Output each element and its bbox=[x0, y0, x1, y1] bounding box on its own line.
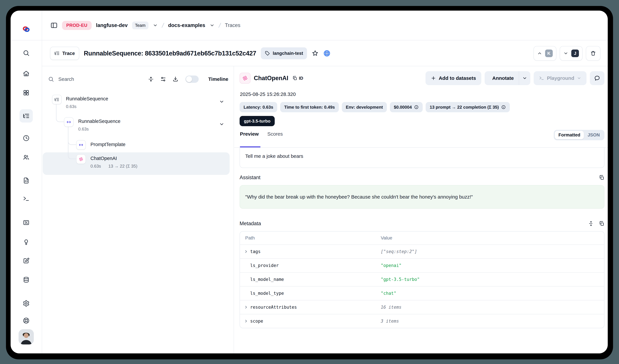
tracing-icon[interactable] bbox=[20, 109, 33, 122]
expand-icon[interactable] bbox=[588, 221, 594, 226]
search-icon bbox=[48, 76, 54, 82]
info-icon bbox=[414, 105, 419, 109]
annotation-icon[interactable] bbox=[20, 254, 33, 267]
tab-scores[interactable]: Scores bbox=[267, 131, 283, 137]
home-icon[interactable] bbox=[20, 67, 33, 80]
input-text: Tell me a joke about bears bbox=[245, 153, 303, 159]
formatted-option[interactable]: Formatted bbox=[555, 131, 584, 139]
environment-badge: PROD-EU bbox=[62, 21, 92, 30]
collapse-all-icon[interactable] bbox=[148, 76, 154, 82]
search-input[interactable] bbox=[58, 76, 99, 82]
metadata-row-tags: tags ["seq:step:2"] bbox=[240, 244, 604, 258]
next-trace-button[interactable]: J bbox=[560, 46, 583, 61]
latency-badge: Latency: 0.63s bbox=[239, 102, 277, 112]
metadata-value-cell: "openai" bbox=[381, 263, 604, 268]
metadata-path-cell: ls_provider bbox=[240, 263, 381, 268]
trace-tag[interactable]: langchain-test bbox=[261, 47, 307, 59]
shortcut-key-j: J bbox=[571, 50, 579, 57]
support-icon[interactable] bbox=[20, 314, 33, 327]
playground-button[interactable]: Playground bbox=[534, 71, 587, 85]
settings-icon[interactable] bbox=[20, 297, 33, 310]
tab-preview[interactable]: Preview bbox=[240, 131, 259, 137]
sidebar-toggle-icon[interactable] bbox=[50, 22, 58, 29]
metadata-value-cell: 16 items bbox=[381, 305, 604, 310]
trace-title: RunnableSequence: 8633501eb9ad671eb65c7b… bbox=[84, 50, 256, 57]
annotate-button[interactable]: Annotate bbox=[485, 71, 519, 85]
metadata-row-ls-model-name: ls_model_name "gpt-3.5-turbo" bbox=[240, 272, 604, 286]
comments-button[interactable] bbox=[590, 71, 605, 85]
view-settings-icon[interactable] bbox=[160, 76, 166, 82]
metadata-label: Metadata bbox=[239, 221, 261, 227]
tree-item-prompttemplate[interactable]: PromptTemplate bbox=[90, 142, 126, 147]
star-icon[interactable] bbox=[312, 50, 319, 57]
screen: PROD-EU langfuse-dev Team / docs-example… bbox=[0, 0, 619, 364]
copy-icon[interactable] bbox=[599, 221, 605, 226]
organization-name[interactable]: langfuse-dev bbox=[96, 22, 127, 28]
tree-item-duration: 0.63s bbox=[66, 104, 77, 109]
project-chevron-down-icon[interactable] bbox=[210, 23, 215, 28]
assistant-section-header: Assistant bbox=[239, 175, 605, 180]
chain-node-icon bbox=[76, 140, 86, 150]
trace-tag-label: langchain-test bbox=[273, 51, 303, 56]
tree-item-runnablesequence-1[interactable]: RunnableSequence bbox=[66, 96, 108, 102]
chain-node-icon bbox=[64, 117, 73, 127]
download-icon[interactable] bbox=[172, 76, 178, 82]
copy-icon[interactable] bbox=[599, 175, 605, 180]
metadata-path-cell[interactable]: tags bbox=[240, 249, 381, 254]
breadcrumb: PROD-EU langfuse-dev Team / docs-example… bbox=[11, 11, 608, 40]
chevron-right-icon bbox=[244, 305, 248, 309]
tree-tools: Timeline bbox=[148, 76, 228, 83]
add-to-datasets-button[interactable]: Add to datasets bbox=[425, 71, 481, 85]
tree-item-duration: 0.63s bbox=[90, 164, 101, 169]
chevron-down-icon bbox=[577, 76, 581, 80]
tree-item-runnablesequence-2[interactable]: RunnableSequence bbox=[78, 119, 120, 124]
tree-toolbar: Timeline bbox=[48, 73, 228, 85]
user-avatar[interactable] bbox=[19, 329, 34, 344]
tokens-badge[interactable]: 13 prompt → 22 completion (Σ 35) bbox=[426, 102, 510, 112]
playground-icon[interactable] bbox=[20, 192, 33, 205]
breadcrumb-section[interactable]: Traces bbox=[225, 22, 240, 28]
playground-label: Playground bbox=[547, 75, 574, 81]
datasets-icon[interactable] bbox=[20, 273, 33, 286]
org-chevron-down-icon[interactable] bbox=[153, 23, 158, 28]
generation-node-icon bbox=[76, 154, 86, 164]
search-icon[interactable] bbox=[20, 46, 33, 60]
users-icon[interactable] bbox=[20, 151, 33, 164]
prompts-icon[interactable] bbox=[20, 174, 33, 187]
trace-type-label: Trace bbox=[62, 51, 75, 56]
trace-type-badge: Trace bbox=[50, 47, 79, 60]
metadata-path-cell[interactable]: resourceAttributes bbox=[240, 305, 381, 310]
cost-badge[interactable]: $0.00004 bbox=[390, 102, 423, 112]
delete-trace-button[interactable] bbox=[586, 46, 600, 61]
copy-icon bbox=[292, 76, 297, 81]
copy-id-button[interactable]: ID bbox=[292, 76, 303, 81]
add-to-datasets-label: Add to datasets bbox=[439, 75, 476, 81]
json-option[interactable]: JSON bbox=[584, 131, 604, 139]
project-name[interactable]: docs-examples bbox=[168, 22, 205, 28]
chevron-down-icon bbox=[522, 76, 527, 81]
metadata-row-ls-provider: ls_provider "openai" bbox=[240, 258, 604, 272]
collapse-node-icon[interactable] bbox=[219, 121, 224, 127]
metadata-path-cell[interactable]: scope bbox=[240, 319, 381, 324]
assistant-text: "Why did the bear break up with the hone… bbox=[245, 194, 473, 200]
window-frame: PROD-EU langfuse-dev Team / docs-example… bbox=[6, 6, 613, 359]
collapse-node-icon[interactable] bbox=[219, 99, 224, 104]
tag-icon bbox=[265, 51, 270, 56]
dashboard-icon[interactable] bbox=[20, 86, 33, 99]
tree-search[interactable] bbox=[48, 76, 148, 82]
metadata-section-header: Metadata bbox=[239, 221, 605, 227]
chevron-right-icon bbox=[244, 319, 248, 323]
metadata-table-header: Path Value bbox=[240, 231, 604, 244]
org-plan-badge: Team bbox=[132, 22, 149, 29]
globe-icon[interactable] bbox=[323, 50, 331, 57]
annotate-dropdown-button[interactable] bbox=[519, 71, 530, 85]
column-value: Value bbox=[381, 235, 604, 241]
evaluation-icon[interactable] bbox=[20, 216, 33, 229]
insights-icon[interactable] bbox=[20, 235, 33, 248]
model-badge[interactable]: gpt-3.5-turbo bbox=[239, 116, 275, 126]
metadata-path-cell: ls_model_type bbox=[240, 291, 381, 296]
tree-item-chatopenai[interactable]: ChatOpenAI bbox=[90, 156, 117, 161]
sessions-icon[interactable] bbox=[20, 132, 33, 145]
timeline-toggle[interactable] bbox=[185, 76, 199, 83]
previous-trace-button[interactable]: K bbox=[534, 46, 556, 61]
